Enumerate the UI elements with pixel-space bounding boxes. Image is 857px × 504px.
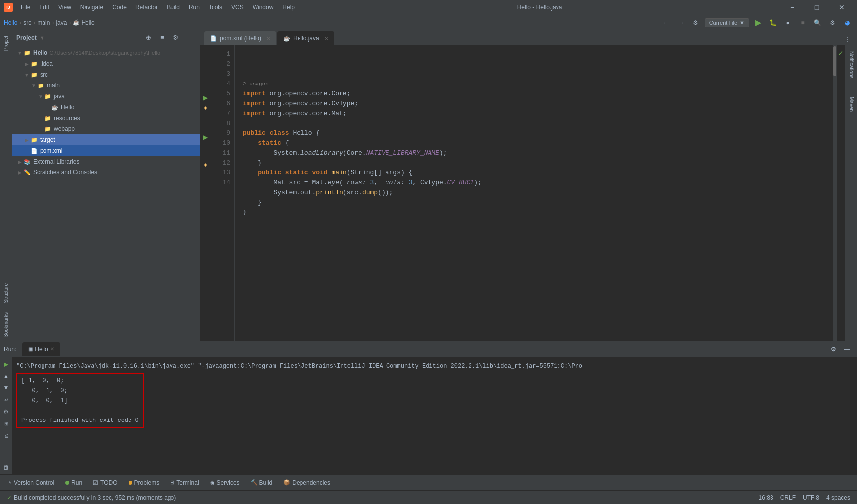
status-crlf[interactable]: CRLF	[777, 494, 799, 501]
run-tab-hello[interactable]: ▣ Hello ✕	[22, 342, 60, 356]
settings2-btn[interactable]: ⚙	[826, 17, 838, 29]
debug-btn[interactable]: 🐛	[767, 17, 779, 29]
run-tab-close[interactable]: ✕	[50, 346, 54, 352]
status-position[interactable]: 16:83	[756, 494, 776, 501]
toolbar-todo[interactable]: ☑ TODO	[88, 477, 122, 488]
output-line-2: 0, 1, 0;	[21, 386, 139, 396]
menu-refactor[interactable]: Refactor	[131, 3, 162, 12]
panel-icon-3[interactable]: ⚙	[170, 32, 182, 43]
tree-item-target[interactable]: ▶ 📁 target	[12, 134, 200, 145]
menu-vcs[interactable]: VCS	[227, 3, 248, 12]
menu-code[interactable]: Code	[108, 3, 130, 12]
breadcrumb-hello[interactable]: Hello	[4, 19, 17, 26]
status-build[interactable]: ✓ Build completed successfully in 3 sec,…	[4, 494, 179, 501]
menu-build[interactable]: Build	[163, 3, 184, 12]
minimize-button[interactable]: −	[781, 0, 804, 15]
breadcrumb-main[interactable]: main	[37, 19, 50, 26]
clear-btn[interactable]: 🗑	[1, 462, 11, 472]
tab-pom-xml[interactable]: 📄 pom.xml (Hello) ✕	[204, 31, 276, 45]
tree-item-pom[interactable]: ▶ 📄 pom.xml	[12, 145, 200, 156]
scroll-up-btn[interactable]: ▲	[1, 371, 11, 381]
status-encoding[interactable]: UTF-8	[800, 494, 822, 501]
tab-hello-java[interactable]: ☕ Hello.java ✕	[277, 31, 334, 45]
search-btn[interactable]: 🔍	[812, 17, 823, 29]
menu-bar[interactable]: File Edit View Navigate Code Refactor Bu…	[17, 3, 299, 12]
todo-icon: ☑	[93, 479, 98, 486]
toolbar-dependencies[interactable]: 📦 Dependencies	[278, 477, 335, 488]
bottom-panel: Run: ▣ Hello ✕ ⚙ — ▶ ▲ ▼ ↵ ⚙ ⊞ 🖨 🗑 "C:\P…	[0, 341, 857, 474]
menu-run[interactable]: Run	[185, 3, 204, 12]
problems-dot	[129, 481, 132, 485]
project-tab[interactable]: Project	[1, 32, 11, 55]
rerun-btn[interactable]: ▶	[1, 359, 11, 369]
menu-tools[interactable]: Tools	[205, 3, 226, 12]
toolbar-terminal[interactable]: ⊞ Terminal	[165, 477, 204, 488]
notifications-tab[interactable]: Notifications	[847, 47, 856, 82]
run-marker-5[interactable]: ▶	[200, 93, 210, 103]
tree-item-hello-class[interactable]: ▶ ☕ Hello	[12, 102, 200, 113]
run-btn[interactable]: ▶	[752, 17, 764, 29]
code-line-14	[243, 217, 825, 227]
nav-back-btn[interactable]: ←	[660, 17, 672, 29]
update-btn[interactable]: ◕	[841, 17, 853, 29]
menu-window[interactable]: Window	[249, 3, 278, 12]
maximize-button[interactable]: □	[806, 0, 828, 15]
menu-file[interactable]: File	[17, 3, 34, 12]
toolbar-build[interactable]: 🔨 Build	[246, 477, 278, 488]
panel-icon-2[interactable]: ≡	[156, 32, 168, 43]
code-content[interactable]: 2 usages import org.opencv.core.Core; im…	[235, 45, 833, 341]
menu-edit[interactable]: Edit	[35, 3, 53, 12]
settings-btn2[interactable]: ⚙	[1, 407, 11, 417]
tree-item-src[interactable]: ▼ 📁 src	[12, 69, 200, 80]
layout-btn[interactable]: ⊞	[1, 419, 11, 428]
tree-item-resources[interactable]: ▶ 📁 resources	[12, 113, 200, 124]
panel-icon-1[interactable]: ⊕	[142, 32, 154, 43]
wrap-btn[interactable]: ↵	[1, 395, 11, 405]
panel-minimize-btn[interactable]: —	[841, 343, 853, 355]
toolbar-problems[interactable]: Problems	[124, 477, 165, 488]
toolbar-services[interactable]: ◉ Services	[205, 477, 245, 488]
todo-label: TODO	[100, 479, 117, 486]
maven-tab[interactable]: Maven	[847, 93, 856, 116]
current-file-dropdown[interactable]: Current File ▼	[705, 18, 749, 27]
menu-view[interactable]: View	[54, 3, 75, 12]
scrollbar-thumb[interactable]	[833, 46, 836, 76]
print-btn[interactable]: 🖨	[1, 430, 11, 440]
build-msg: Build completed successfully in 3 sec, 9…	[14, 494, 176, 501]
breadcrumb-java[interactable]: java	[56, 19, 67, 26]
tab-close-pom[interactable]: ✕	[266, 36, 270, 41]
toolbar-version-control[interactable]: ⑂ Version Control	[4, 477, 59, 488]
tree-item-scratches[interactable]: ▶ ✏️ Scratches and Consoles	[12, 167, 200, 178]
toolbar-run[interactable]: Run	[60, 477, 87, 488]
bottom-panel-actions: ⚙ —	[827, 343, 853, 355]
menu-help[interactable]: Help	[278, 3, 299, 12]
scroll-down-btn[interactable]: ▼	[1, 383, 11, 393]
code-editor[interactable]: ▶ ◈ ▶ ◈ 1234 5678 9101112 1314	[200, 45, 837, 341]
tree-item-ext-libs[interactable]: ▶ 📚 External Libraries	[12, 156, 200, 167]
tree-item-idea[interactable]: ▶ 📁 .idea	[12, 58, 200, 69]
nav-forward-btn[interactable]: →	[675, 17, 687, 29]
tree-item-webapp[interactable]: ▶ 📁 webapp	[12, 124, 200, 134]
editor-scrollbar[interactable]	[833, 45, 837, 341]
tree-item-main[interactable]: ▼ 📁 main	[12, 80, 200, 91]
stop-btn[interactable]: ■	[797, 17, 809, 29]
menu-navigate[interactable]: Navigate	[76, 3, 107, 12]
breadcrumb-src[interactable]: src	[23, 19, 31, 26]
panel-icon-4[interactable]: —	[184, 32, 196, 43]
bookmarks-tab[interactable]: Bookmarks	[1, 308, 11, 341]
status-indent[interactable]: 4 spaces	[823, 494, 853, 501]
panel-settings-btn[interactable]: ⚙	[827, 343, 839, 355]
breadcrumb-file[interactable]: ☕Hello	[73, 19, 94, 26]
settings-btn[interactable]: ⚙	[690, 17, 702, 29]
close-button[interactable]: ✕	[830, 0, 853, 15]
tab-close-hello[interactable]: ✕	[324, 36, 328, 41]
tree-item-hello[interactable]: ▼ 📁 Hello C:\Users\78146\Desktop\stegano…	[12, 47, 200, 58]
run-marker-9[interactable]: ▶	[200, 132, 210, 142]
run-output: "C:\Program Files\Java\jdk-11.0.16.1\bin…	[12, 357, 857, 474]
tree-item-java[interactable]: ▼ 📁 java	[12, 91, 200, 102]
build-label: Build	[259, 479, 273, 486]
tab-overflow-btn[interactable]: ⋮	[841, 33, 853, 45]
structure-tab[interactable]: Structure	[1, 279, 11, 307]
code-line-4	[243, 119, 825, 128]
coverage-btn[interactable]: ●	[782, 17, 794, 29]
